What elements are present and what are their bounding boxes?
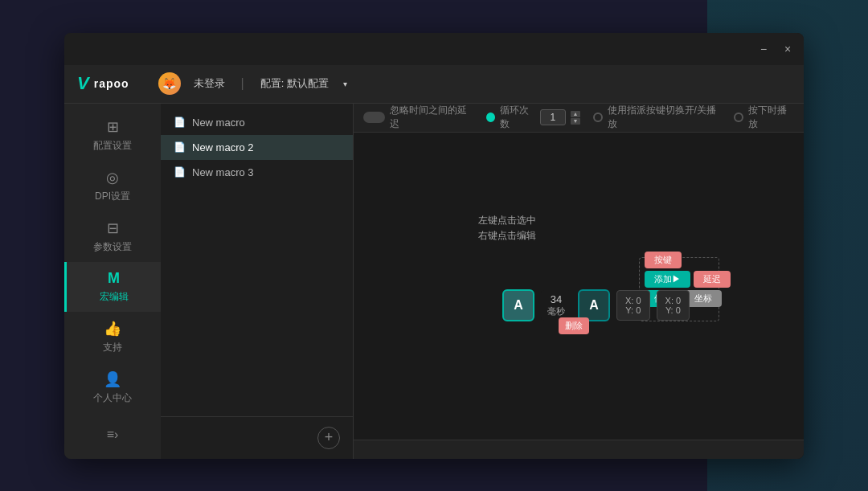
- toolbar-option-toggle-play: 使用指派按键切换开/关播放: [593, 104, 721, 131]
- logo-v-icon: V: [77, 73, 89, 94]
- dpi-icon: ◎: [106, 169, 119, 186]
- popup-row-2: 添加▶ 延迟: [645, 271, 731, 288]
- sidebar-item-params[interactable]: ⊟ 参数设置: [64, 211, 161, 262]
- editor-panel: 忽略时间之间的延迟 循环次数 ▲ ▼ 使用指派按键切换开/关播放: [354, 104, 804, 459]
- editor-canvas: 左键点击选中 右键点击编辑 按键 添加▶ 延迟 修改 坐: [354, 133, 804, 440]
- toolbar-option-loop: 循环次数 ▲ ▼: [486, 104, 580, 131]
- sidebar-item-macro[interactable]: M 宏编辑: [64, 262, 161, 312]
- macro-file-icon-1: 📄: [174, 117, 186, 128]
- loop-count-input[interactable]: [540, 109, 566, 125]
- coord2-x: X: 0: [665, 296, 682, 305]
- config-label[interactable]: 配置: 默认配置: [260, 76, 329, 91]
- toggle-play-radio[interactable]: [593, 113, 603, 122]
- avatar: 🦊: [158, 72, 181, 95]
- key-node-1-label: A: [514, 298, 523, 313]
- key-node-2-label: A: [589, 298, 599, 313]
- loop-spin-down[interactable]: ▼: [571, 118, 580, 125]
- macro-name-2: New macro 2: [192, 141, 254, 153]
- loop-radio[interactable]: [486, 113, 495, 122]
- status-bar: [354, 440, 804, 459]
- macro-name-1: New macro: [192, 117, 245, 129]
- title-bar: − ×: [64, 33, 804, 65]
- toolbar-option-hold-play: 按下时播放: [734, 104, 794, 131]
- hold-play-label: 按下时播放: [748, 104, 794, 131]
- toolbar-option-delay: 忽略时间之间的延迟: [363, 104, 473, 131]
- hint-line1: 左键点击选中: [478, 213, 536, 228]
- popup-btn-keystroke[interactable]: 按键: [645, 252, 682, 268]
- header: V rapoo 🦊 未登录 | 配置: 默认配置 ▾: [64, 65, 804, 104]
- title-bar-controls: − ×: [757, 43, 794, 55]
- params-icon: ⊟: [107, 219, 119, 237]
- profile-icon: 👤: [104, 370, 121, 388]
- logo-area: V rapoo: [77, 73, 129, 94]
- sidebar-item-support[interactable]: 👍 支持: [64, 312, 161, 362]
- key-nodes-row: A 34 毫秒 A X: 0 Y: 0: [502, 289, 690, 321]
- sidebar-label-profile: 个人中心: [93, 391, 132, 405]
- loop-spin-buttons: ▲ ▼: [571, 111, 580, 125]
- sidebar: ⊞ 配置设置 ◎ DPI设置 ⊟ 参数设置 M 宏编辑 👍 支持 👤 个人中心: [64, 104, 161, 459]
- add-macro-button[interactable]: +: [317, 427, 340, 449]
- coord1-y: Y: 0: [625, 305, 641, 315]
- coord-node-1[interactable]: X: 0 Y: 0: [616, 290, 650, 321]
- app-window: − × V rapoo 🦊 未登录 | 配置: 默认配置 ▾ ⊞ 配置设置 ◎ …: [64, 33, 804, 459]
- sidebar-label-dpi: DPI设置: [95, 190, 130, 203]
- macro-list-panel: 📄 New macro 📄 New macro 2 📄 New macro 3 …: [161, 104, 354, 459]
- macro-list-bottom: +: [161, 416, 353, 459]
- hint-line2: 右键点击编辑: [478, 228, 536, 243]
- coord-node-2[interactable]: X: 0 Y: 0: [657, 290, 690, 321]
- editor-hint: 左键点击选中 右键点击编辑: [478, 213, 536, 243]
- coord2-y: Y: 0: [665, 305, 682, 315]
- macro-item-1[interactable]: 📄 New macro: [161, 110, 353, 135]
- popup-btn-add[interactable]: 添加▶: [645, 271, 690, 288]
- delay-unit: 毫秒: [547, 305, 565, 317]
- user-name: 未登录: [194, 76, 225, 91]
- delay-node[interactable]: 34 毫秒: [541, 290, 571, 321]
- sidebar-label-params: 参数设置: [93, 240, 132, 254]
- loop-label: 循环次数: [500, 104, 535, 131]
- toggle-play-label: 使用指派按键切换开/关播放: [608, 104, 721, 131]
- config-icon: ⊞: [107, 118, 119, 136]
- popup-row-1: 按键: [645, 252, 731, 268]
- close-button[interactable]: ×: [781, 43, 794, 55]
- macro-file-icon-3: 📄: [174, 166, 186, 178]
- macro-item-2[interactable]: 📄 New macro 2: [161, 135, 353, 160]
- macro-list: 📄 New macro 📄 New macro 2 📄 New macro 3: [161, 104, 353, 416]
- popup-btn-delay[interactable]: 延迟: [694, 271, 731, 288]
- logo-name: rapoo: [94, 77, 129, 90]
- support-icon: 👍: [104, 320, 121, 338]
- delay-label: 忽略时间之间的延迟: [390, 104, 473, 131]
- delay-toggle[interactable]: [363, 112, 385, 123]
- sidebar-label-macro: 宏编辑: [100, 290, 129, 304]
- macro-item-3[interactable]: 📄 New macro 3: [161, 160, 353, 185]
- minimize-button[interactable]: −: [757, 43, 770, 55]
- key-node-1[interactable]: A: [502, 289, 534, 321]
- editor-toolbar: 忽略时间之间的延迟 循环次数 ▲ ▼ 使用指派按键切换开/关播放: [354, 104, 804, 133]
- delete-node-button[interactable]: 删除: [559, 317, 589, 334]
- sidebar-item-dpi[interactable]: ◎ DPI设置: [64, 161, 161, 211]
- sidebar-item-config[interactable]: ⊞ 配置设置: [64, 110, 161, 161]
- main-layout: ⊞ 配置设置 ◎ DPI设置 ⊟ 参数设置 M 宏编辑 👍 支持 👤 个人中心: [64, 104, 804, 459]
- delay-value: 34: [547, 293, 565, 305]
- popup-btn-coord[interactable]: 坐标: [685, 290, 722, 307]
- sidebar-label-support: 支持: [103, 341, 122, 354]
- config-dropdown-icon[interactable]: ▾: [343, 80, 347, 88]
- macro-icon: M: [108, 270, 120, 287]
- macro-name-3: New macro 3: [192, 166, 254, 178]
- collapse-icon: ≡›: [107, 428, 119, 442]
- hold-play-radio[interactable]: [734, 113, 743, 122]
- header-divider: |: [241, 76, 244, 91]
- sidebar-collapse-button[interactable]: ≡›: [64, 421, 161, 448]
- loop-spin-up[interactable]: ▲: [571, 111, 580, 117]
- macro-file-icon-2: 📄: [174, 141, 186, 153]
- coord1-x: X: 0: [625, 296, 641, 305]
- sidebar-label-config: 配置设置: [93, 139, 132, 153]
- sidebar-item-profile[interactable]: 👤 个人中心: [64, 362, 161, 413]
- key-node-2[interactable]: A: [578, 289, 610, 321]
